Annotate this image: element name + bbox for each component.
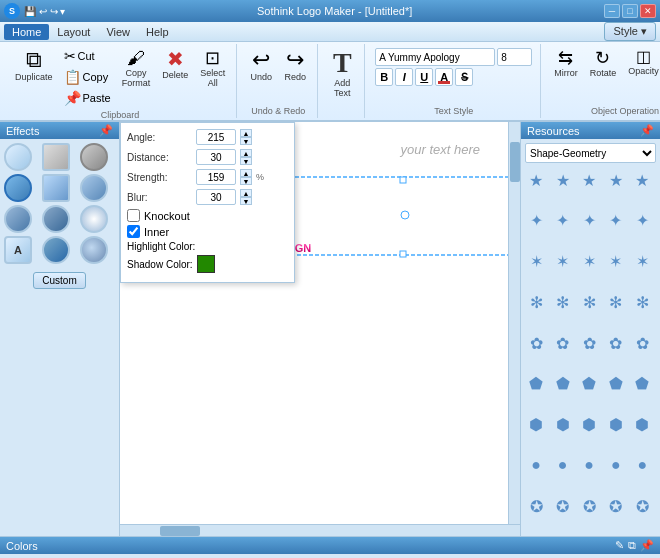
shadow-color-box[interactable] (197, 255, 215, 273)
shape-star6-1[interactable]: ✪ (525, 495, 547, 517)
resources-selector[interactable]: Shape-Geometry (525, 143, 656, 163)
shape-flower-1[interactable]: ✿ (525, 332, 547, 354)
effect-btn-7[interactable] (4, 205, 32, 233)
vertical-scrollbar-thumb[interactable] (510, 142, 520, 182)
shape-snow-5[interactable]: ✻ (631, 291, 653, 313)
shape-flower-4[interactable]: ✿ (605, 332, 627, 354)
shape-hex-5[interactable]: ⬢ (631, 414, 653, 436)
shape-star4-3[interactable]: ✦ (578, 210, 600, 232)
text-decoration-button[interactable]: S̶ (455, 68, 473, 86)
opacity-button[interactable]: ◫ Opacity (623, 46, 660, 79)
italic-button[interactable]: I (395, 68, 413, 86)
redo-button[interactable]: ↪ Redo (279, 46, 311, 85)
effect-btn-10[interactable] (42, 236, 70, 264)
strength-down[interactable]: ▼ (240, 177, 252, 185)
font-color-button[interactable]: A (435, 68, 453, 86)
shape-burst-5[interactable]: ✶ (631, 251, 653, 273)
shape-star5-2[interactable]: ★ (552, 169, 574, 191)
shape-snow-4[interactable]: ✻ (605, 291, 627, 313)
bold-button[interactable]: B (375, 68, 393, 86)
shape-circle-1[interactable]: ● (525, 454, 547, 476)
mirror-button[interactable]: ⇆ Mirror (549, 46, 583, 81)
effect-btn-9[interactable] (80, 205, 108, 233)
shape-pent-3[interactable]: ⬟ (578, 373, 600, 395)
colors-pin-icon[interactable]: 📌 (640, 539, 654, 552)
canvas-area[interactable]: Angle: ▲ ▼ Distance: ▲ ▼ Strength: (120, 122, 520, 536)
shape-star6-3[interactable]: ✪ (578, 495, 600, 517)
shape-flower-3[interactable]: ✿ (578, 332, 600, 354)
copy-button[interactable]: 📋 Copy (60, 67, 115, 87)
maximize-button[interactable]: □ (622, 4, 638, 18)
shape-burst-3[interactable]: ✶ (578, 251, 600, 273)
shape-star4-4[interactable]: ✦ (605, 210, 627, 232)
font-size-input[interactable] (497, 48, 532, 66)
delete-button[interactable]: ✖ Delete (157, 46, 193, 83)
effect-btn-text-a[interactable]: A (4, 236, 32, 264)
custom-button[interactable]: Custom (33, 272, 85, 289)
shape-pent-1[interactable]: ⬟ (525, 373, 547, 395)
underline-button[interactable]: U (415, 68, 433, 86)
blur-input[interactable] (196, 189, 236, 205)
shape-star4-5[interactable]: ✦ (631, 210, 653, 232)
resources-pin[interactable]: 📌 (640, 124, 654, 137)
shape-burst-1[interactable]: ✶ (525, 251, 547, 273)
shape-hex-1[interactable]: ⬢ (525, 414, 547, 436)
shape-star6-4[interactable]: ✪ (605, 495, 627, 517)
strength-up[interactable]: ▲ (240, 169, 252, 177)
shape-star6-2[interactable]: ✪ (552, 495, 574, 517)
cut-button[interactable]: ✂ Cut (60, 46, 115, 66)
effect-btn-4[interactable] (4, 174, 32, 202)
shape-star4-1[interactable]: ✦ (525, 210, 547, 232)
shape-snow-3[interactable]: ✻ (578, 291, 600, 313)
angle-down[interactable]: ▼ (240, 137, 252, 145)
blur-up[interactable]: ▲ (240, 189, 252, 197)
shape-snow-2[interactable]: ✻ (552, 291, 574, 313)
menu-home[interactable]: Home (4, 24, 49, 40)
shape-circle-4[interactable]: ● (605, 454, 627, 476)
colors-window-icon[interactable]: ⧉ (628, 539, 636, 552)
menu-layout[interactable]: Layout (49, 24, 98, 40)
horizontal-scrollbar-thumb[interactable] (160, 526, 200, 536)
undo-button[interactable]: ↩ Undo (245, 46, 277, 85)
menu-view[interactable]: View (98, 24, 138, 40)
rotate-button[interactable]: ↻ Rotate (585, 46, 622, 81)
shape-snow-1[interactable]: ✻ (525, 291, 547, 313)
shape-flower-5[interactable]: ✿ (631, 332, 653, 354)
effect-btn-6[interactable] (80, 174, 108, 202)
distance-up[interactable]: ▲ (240, 149, 252, 157)
shape-pent-5[interactable]: ⬟ (631, 373, 653, 395)
horizontal-scrollbar[interactable] (120, 524, 520, 536)
blur-down[interactable]: ▼ (240, 197, 252, 205)
shape-hex-2[interactable]: ⬢ (552, 414, 574, 436)
effect-btn-1[interactable] (4, 143, 32, 171)
add-text-button[interactable]: T AddText (326, 46, 358, 101)
font-family-input[interactable] (375, 48, 495, 66)
shape-circle-2[interactable]: ● (552, 454, 574, 476)
shape-circle-5[interactable]: ● (631, 454, 653, 476)
effect-btn-11[interactable] (80, 236, 108, 264)
distance-down[interactable]: ▼ (240, 157, 252, 165)
shape-star5-1[interactable]: ★ (525, 169, 547, 191)
effect-btn-8[interactable] (42, 205, 70, 233)
shape-pent-4[interactable]: ⬟ (605, 373, 627, 395)
shape-star5-4[interactable]: ★ (605, 169, 627, 191)
close-button[interactable]: ✕ (640, 4, 656, 18)
shape-burst-4[interactable]: ✶ (605, 251, 627, 273)
shape-star6-5[interactable]: ✪ (631, 495, 653, 517)
strength-input[interactable] (196, 169, 236, 185)
menu-help[interactable]: Help (138, 24, 177, 40)
paste-button[interactable]: 📌 Paste (60, 88, 115, 108)
shape-flower-2[interactable]: ✿ (552, 332, 574, 354)
select-all-button[interactable]: ⊡ SelectAll (195, 46, 230, 91)
angle-up[interactable]: ▲ (240, 129, 252, 137)
shape-star5-5[interactable]: ★ (631, 169, 653, 191)
effect-btn-2[interactable] (42, 143, 70, 171)
shape-hex-3[interactable]: ⬢ (578, 414, 600, 436)
shape-star4-2[interactable]: ✦ (552, 210, 574, 232)
shape-pent-2[interactable]: ⬟ (552, 373, 574, 395)
effect-btn-5[interactable] (42, 174, 70, 202)
knockout-checkbox[interactable] (127, 209, 140, 222)
inner-checkbox[interactable] (127, 225, 140, 238)
shape-circle-3[interactable]: ● (578, 454, 600, 476)
angle-input[interactable] (196, 129, 236, 145)
